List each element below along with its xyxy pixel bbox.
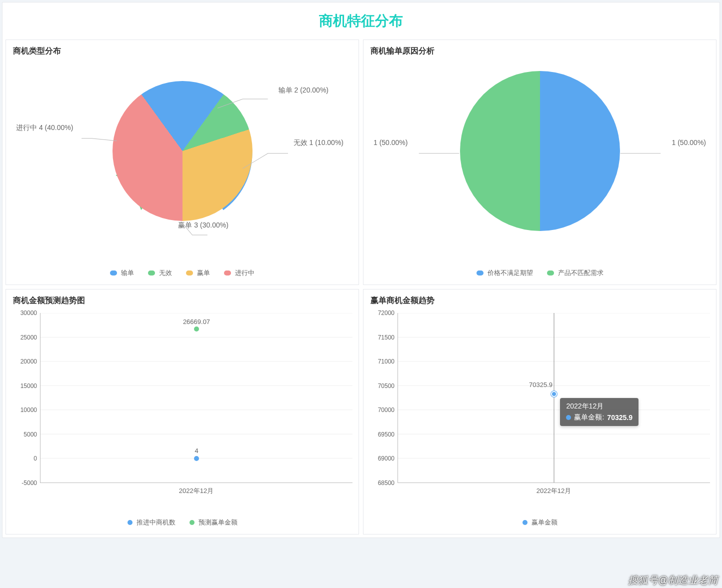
pie-chart-loss-reason[interactable]: 1 (50.00%) 1 (50.00%) (364, 58, 716, 268)
y-tick: 30000 (11, 310, 37, 316)
y-tick: -5000 (11, 480, 37, 486)
page-title: 商机特征分布 (2, 2, 720, 40)
legend-item[interactable]: 进行中 (224, 268, 254, 278)
legend: 输单 无效 赢单 进行中 (6, 268, 358, 284)
y-tick: 70500 (368, 382, 394, 390)
y-tick: 20000 (11, 358, 37, 365)
y-tick: 69000 (368, 455, 394, 462)
y-tick: 10000 (11, 406, 37, 414)
legend-item[interactable]: 赢单 (186, 268, 210, 278)
legend-item[interactable]: 推进中商机数 (128, 518, 176, 527)
y-tick: 68500 (368, 480, 394, 486)
data-point[interactable] (551, 391, 557, 397)
y-tick: 25000 (11, 334, 37, 341)
panel-win-trend: 赢单商机金额趋势 72000 71500 71000 70500 70000 6… (363, 289, 716, 534)
legend-item[interactable]: 输单 (110, 268, 134, 278)
dot-icon (566, 415, 571, 420)
legend-item[interactable]: 价格不满足期望 (476, 268, 533, 278)
panel-amount-trend: 商机金额预测趋势图 30000 25000 20000 15000 10000 … (6, 289, 359, 534)
data-label: 70325.9 (529, 381, 552, 388)
panel-title: 商机金额预测趋势图 (6, 290, 358, 308)
y-tick: 72000 (368, 310, 394, 316)
legend-item[interactable]: 赢单金额 (522, 518, 558, 527)
data-label: 4 (194, 447, 198, 454)
chart-grid: 商机类型分布 输单 2 (20.00%) 无效 1 (10.00%) (2, 40, 720, 538)
scatter-win-trend[interactable]: 72000 71500 71000 70500 70000 69500 6900… (364, 308, 716, 518)
tooltip-value: 70325.9 (607, 414, 632, 422)
tooltip-label: 赢单金额: (574, 413, 604, 422)
panel-loss-reason: 商机输单原因分析 1 (50.00%) 1 (50.00%) 价格不满足期望 产… (363, 40, 716, 285)
y-tick: 0 (11, 455, 37, 462)
data-point[interactable] (194, 456, 199, 461)
legend-item[interactable]: 预测赢单金额 (190, 518, 238, 527)
legend: 价格不满足期望 产品不匹配需求 (364, 268, 716, 284)
y-tick: 70000 (368, 406, 394, 414)
panel-title: 商机类型分布 (6, 40, 358, 58)
legend-item[interactable]: 产品不匹配需求 (547, 268, 604, 278)
y-tick: 15000 (11, 382, 37, 390)
data-point[interactable] (194, 326, 199, 332)
pie-chart-type-dist[interactable]: 输单 2 (20.00%) 无效 1 (10.00%) 赢单 3 (30.00%… (6, 58, 358, 268)
tooltip-title: 2022年12月 (566, 402, 632, 411)
legend: 推进中商机数 预测赢单金额 (6, 518, 358, 534)
y-tick: 71500 (368, 334, 394, 341)
legend: 赢单金额 (364, 518, 716, 534)
data-label: 26669.07 (183, 318, 210, 326)
y-tick: 69500 (368, 431, 394, 438)
panel-title: 赢单商机金额趋势 (364, 290, 716, 308)
tooltip: 2022年12月 赢单金额: 70325.9 (560, 398, 638, 426)
y-tick: 71000 (368, 358, 394, 365)
legend-item[interactable]: 无效 (148, 268, 172, 278)
x-tick: 2022年12月 (40, 486, 352, 496)
y-tick: 5000 (11, 431, 37, 438)
x-tick: 2022年12月 (398, 486, 710, 496)
scatter-amount-trend[interactable]: 30000 25000 20000 15000 10000 5000 0 -50… (6, 308, 358, 518)
panel-type-dist: 商机类型分布 输单 2 (20.00%) 无效 1 (10.00%) (6, 40, 359, 285)
panel-title: 商机输单原因分析 (364, 40, 716, 58)
